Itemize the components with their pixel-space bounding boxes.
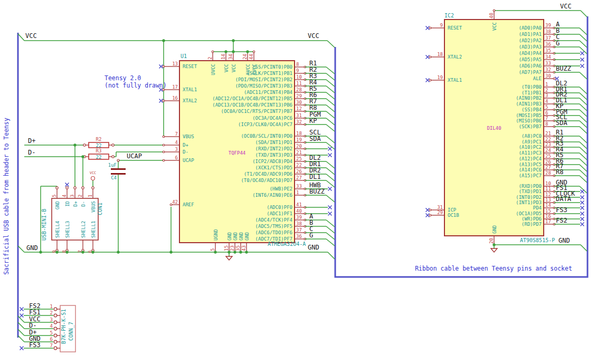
pin-number: 4	[62, 195, 67, 197]
pin-number: 21	[545, 131, 551, 136]
pin-number: 40	[489, 13, 494, 18]
pin-number: 7	[50, 343, 53, 348]
resistor-r2-ref: R2	[96, 137, 102, 142]
pin-number: 3	[50, 317, 53, 322]
pin-number: 26	[296, 169, 302, 174]
pin-name: (AD4)PA4	[519, 51, 542, 56]
pin-number: 38	[545, 29, 551, 34]
junction-dot	[232, 50, 234, 53]
pin-name: UCAP	[183, 158, 194, 163]
net-label-gnd[interactable]: GND	[26, 244, 38, 252]
net-label-vcc[interactable]: VCC	[560, 3, 572, 10]
net-label[interactable]: DL1	[309, 173, 321, 180]
bus-entry-wire	[326, 92, 335, 99]
pin-name: (RXD)PD0	[519, 184, 542, 189]
bus-entry-wire	[580, 159, 587, 166]
pin-name: SHELL4	[55, 221, 60, 238]
bus-entry-wire	[326, 118, 335, 125]
bus-entry-wire	[580, 41, 587, 47]
net-label[interactable]: FS2	[556, 217, 567, 224]
net-label[interactable]: BUZZ	[556, 65, 571, 72]
net-label[interactable]: FS3	[29, 341, 41, 349]
pin-number: 30	[545, 73, 551, 79]
pin-end-circle	[553, 78, 555, 80]
net-label-gnd[interactable]: GND	[308, 244, 319, 251]
pin-name: XTAL2	[183, 98, 197, 103]
pin-end-circle	[92, 187, 94, 189]
pin-name: (ADC4/TCK)PF4	[255, 217, 292, 223]
bus-entry-wire	[326, 239, 335, 246]
pin-name: (OC0A/OC1C/RTS/PCINT7)PB7	[221, 109, 292, 114]
pin-name: (ADC1)PF1	[267, 211, 292, 216]
net-label[interactable]: R8	[309, 104, 317, 111]
pin-end-circle	[54, 327, 57, 330]
net-label[interactable]: D-	[29, 322, 36, 329]
pin-name: D+	[73, 200, 78, 206]
pin-name: (SS/PCINT0)PB0	[252, 64, 292, 70]
net-label-vcc[interactable]: VCC	[308, 32, 319, 40]
pin-number: 23	[545, 142, 551, 147]
pin-name: XTAL1	[183, 87, 197, 92]
net-label[interactable]: DATA	[556, 195, 572, 203]
note-teensy[interactable]: Teensy 2.0	[105, 74, 141, 82]
pin-number: 5	[210, 248, 215, 251]
pin-end-circle	[212, 51, 214, 53]
pin-name: (A10)PC2	[519, 145, 542, 150]
pin-end-circle	[54, 340, 57, 343]
pin-name: (AD3)PA3	[519, 44, 542, 50]
pin-name: (PDI/MOSI/PCINT2)PB2	[235, 77, 292, 82]
wire	[18, 246, 24, 252]
net-label[interactable]: SDA	[309, 135, 321, 142]
pin-number: 2	[207, 57, 213, 60]
pin-number: 14	[221, 54, 226, 60]
pin-end-circle	[429, 209, 431, 211]
junction-dot	[239, 251, 242, 253]
pin-name: (AIN1)PB3	[516, 101, 542, 107]
pin-name: GND	[492, 225, 497, 234]
pin-end-circle	[83, 144, 86, 146]
pin-name: (INT0)PD2	[516, 195, 542, 200]
net-label-vcc[interactable]: VCC	[25, 32, 37, 40]
junction-dot	[117, 251, 119, 253]
net-label-dplus[interactable]: D+	[28, 137, 35, 145]
resistor-r2-value: 22	[96, 143, 102, 148]
pin-name: (MISO)PB6	[516, 118, 542, 123]
pin-end-circle	[54, 334, 57, 337]
note-sacrificial[interactable]: Sacrificial USB cable from header to Tee…	[3, 118, 10, 275]
pin-name: (ADC5/TMS)PF5	[255, 224, 292, 229]
pin-name: (T1/OC4D/ADC9)PD6	[244, 171, 292, 177]
pin-name: (OC0B/SCL/INT0)PD0	[241, 133, 292, 139]
pin-name: (AD7)PA7	[519, 70, 542, 75]
pin-number: 4	[175, 140, 178, 145]
pin-number: 1	[88, 195, 93, 197]
bus-entry-wire	[580, 28, 587, 35]
pin-number: 2	[50, 310, 53, 315]
pin-number: 36	[296, 234, 302, 239]
ground-symbol	[226, 256, 232, 260]
net-label[interactable]: FS1	[29, 309, 41, 316]
net-label-gnd[interactable]: GND	[558, 237, 570, 244]
junction-dot	[492, 243, 495, 246]
pin-name: SHELL3	[65, 221, 70, 238]
capacitor-c4[interactable]	[111, 173, 126, 175]
pin-name: GND	[55, 201, 60, 209]
junction-dot	[55, 251, 58, 253]
net-label[interactable]: BUZZ	[309, 188, 325, 195]
net-label-ucap[interactable]: UCAP	[127, 152, 142, 160]
net-label[interactable]: KP	[309, 117, 317, 124]
net-label[interactable]: G	[309, 232, 313, 239]
net-label[interactable]: G	[556, 40, 560, 47]
capacitor-c4[interactable]	[111, 168, 126, 170]
u1-part-label: ATMEGA32U4-A	[268, 241, 306, 247]
pin-number: 13	[545, 197, 551, 203]
note-teensy[interactable]: (not fully drawn)	[105, 82, 167, 89]
pin-name: VBUS	[91, 201, 96, 213]
pin-number: 18	[437, 52, 443, 57]
net-label-dminus[interactable]: D-	[28, 149, 35, 156]
net-label[interactable]: R8	[556, 168, 563, 176]
pin-name: ALE	[533, 76, 542, 81]
pin-name: (AD2)PA2	[519, 38, 542, 43]
net-label[interactable]: SDA	[556, 119, 567, 127]
note-ribbon[interactable]: Ribbon cable between Teensy pins and soc…	[415, 265, 572, 272]
net-label[interactable]: FS3	[556, 206, 567, 214]
